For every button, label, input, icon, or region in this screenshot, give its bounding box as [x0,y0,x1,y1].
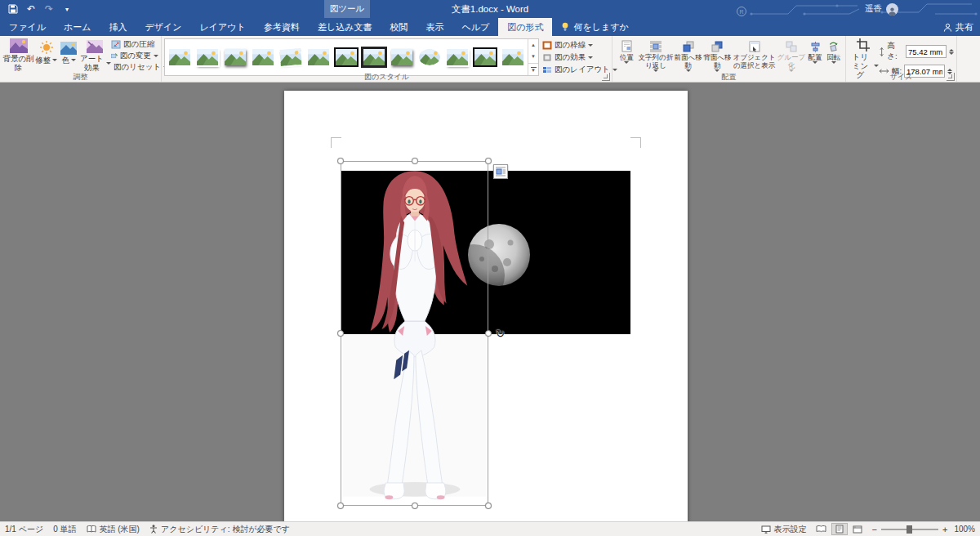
selection-handle-s[interactable] [412,502,418,509]
tab-picture-format[interactable]: 図の形式 [498,18,552,36]
word-count-indicator[interactable]: 0 単語 [53,524,76,535]
corrections-button[interactable]: 修整 [34,38,58,72]
picture-border-label: 図の枠線 [555,40,586,51]
position-button[interactable]: 位置 [615,38,638,72]
gallery-scroll-down-icon[interactable]: ▼ [528,51,538,62]
spin-up-icon[interactable] [949,49,954,51]
remove-background-icon [10,38,28,53]
share-label: 共有 [956,21,973,34]
change-picture-button[interactable]: 図の変更 [111,50,158,61]
align-button[interactable]: 配置 [806,38,825,72]
picture-style-thumb[interactable] [416,40,443,74]
send-backward-button[interactable]: 背面へ移動 [702,38,732,72]
picture-style-thumb[interactable] [305,40,332,74]
picture-style-thumb[interactable] [472,40,498,74]
save-icon[interactable] [5,2,21,16]
zoom-slider[interactable] [881,529,938,530]
tab-layout[interactable]: レイアウト [191,18,255,36]
customize-qat-icon[interactable]: ▾ [59,2,75,16]
size-dialog-launcher-icon[interactable] [947,73,955,81]
account-area[interactable]: 遥香 [865,0,898,18]
zoom-in-icon[interactable]: + [942,525,947,534]
height-input[interactable] [906,45,947,58]
picture-style-thumb[interactable] [167,40,193,74]
share-button[interactable]: 共有 [943,18,973,36]
bring-forward-button[interactable]: 前面へ移動 [674,38,703,72]
figure-image[interactable] [341,162,488,505]
tab-file[interactable]: ファイル [0,18,55,36]
color-button[interactable]: 色 [58,38,78,72]
picture-style-thumb[interactable] [250,40,276,74]
tab-insert[interactable]: 挿入 [100,18,136,36]
picture-style-thumb[interactable] [500,40,526,74]
picture-style-thumb[interactable] [278,40,304,74]
picture-style-thumb[interactable] [194,40,220,74]
picture-effects-button[interactable]: 図の効果 [542,51,617,63]
picture-style-thumb[interactable] [389,40,415,74]
zoom-control: − + [872,525,948,534]
crop-icon [857,38,870,51]
avatar[interactable] [886,3,898,16]
layout-options-button[interactable] [493,164,508,179]
picture-selection[interactable]: ↻ [341,161,488,506]
document-canvas: ↻ [0,83,980,521]
picture-border-button[interactable]: 図の枠線 [542,39,617,51]
document-page[interactable]: ↻ [284,91,688,521]
picture-styles-dialog-launcher-icon[interactable] [602,73,610,81]
bring-forward-icon [683,38,694,52]
picture-thumbnail-image [308,49,329,65]
picture-style-thumb[interactable] [361,40,387,74]
page-number-indicator[interactable]: 1/1 ページ [5,524,43,535]
rotate-button[interactable]: 回転 [824,38,843,72]
artistic-effects-button[interactable]: アート効果 [79,38,111,72]
selection-handle-e[interactable] [485,330,492,337]
zoom-out-icon[interactable]: − [872,525,877,534]
tab-home[interactable]: ホーム [55,18,100,36]
tab-design[interactable]: デザイン [136,18,191,36]
tab-help[interactable]: ヘルプ [452,18,498,36]
tab-view[interactable]: 表示 [416,18,452,36]
spin-up-icon[interactable] [947,69,952,71]
redo-icon[interactable]: ↷ [41,2,57,16]
web-layout-button[interactable] [849,523,866,535]
remove-background-button[interactable]: 背景の削除 [2,38,34,72]
picture-thumbnail-image [336,49,357,65]
crop-button[interactable]: トリミング [849,38,879,72]
selection-handle-w[interactable] [337,330,344,337]
undo-icon[interactable]: ↶ [23,2,39,16]
picture-thumbnail-image [225,49,246,65]
spin-down-icon[interactable] [949,52,954,55]
tell-me-box[interactable]: 何をしますか [552,18,637,36]
print-layout-button[interactable] [831,523,848,535]
compress-pictures-button[interactable]: 図の圧縮 [111,38,158,50]
tab-mailings[interactable]: 差し込み文書 [309,18,381,36]
group-picture-styles: ▲ ▼ ▼ 図の枠線 図の効果 図のレイアウト [162,36,612,82]
gallery-scroll-up-icon[interactable]: ▲ [528,39,538,51]
tab-review[interactable]: 校閲 [381,18,416,36]
dropdown-arrow-icon [588,56,593,59]
selection-handle-nw[interactable] [337,158,344,164]
tab-references[interactable]: 参考資料 [255,18,309,36]
selection-handle-se[interactable] [485,502,492,509]
selection-handle-sw[interactable] [337,502,344,509]
wrap-text-button[interactable]: 文字列の折り返し [638,38,673,72]
height-spinner[interactable] [949,49,954,55]
position-label: 位置 [620,53,634,61]
accessibility-indicator[interactable]: アクセシビリティ: 検討が必要です [149,524,290,535]
language-indicator[interactable]: 英語 (米国) [87,524,140,535]
zoom-slider-thumb[interactable] [906,525,912,534]
zoom-level-button[interactable]: 100% [954,525,975,534]
wrap-text-label: 文字列の折り返し [638,53,673,69]
read-mode-button[interactable] [813,523,830,535]
selection-handle-n[interactable] [412,158,418,164]
display-settings-button[interactable]: 表示設定 [761,524,807,535]
accessibility-person-icon [149,525,158,534]
picture-effects-label: 図の効果 [555,52,586,63]
group-objects-icon [786,38,797,52]
selection-handle-ne[interactable] [485,158,492,164]
selection-pane-button[interactable]: オブジェクトの選択と表示 [732,38,777,72]
picture-style-thumb[interactable] [444,40,470,74]
picture-style-thumb[interactable] [222,40,248,74]
picture-style-thumb[interactable] [333,40,359,74]
reset-picture-button[interactable]: 図のリセット [111,61,158,73]
